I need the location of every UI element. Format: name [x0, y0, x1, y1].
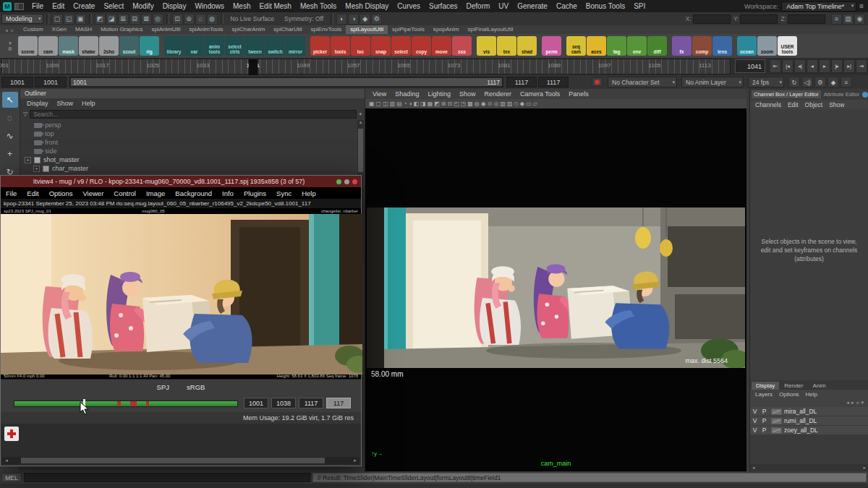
shelf-icon-rig[interactable]: rig	[140, 36, 159, 56]
shelf-tab-XGen[interactable]: XGen	[48, 25, 71, 34]
viewport-menu-shading[interactable]: Shading	[391, 90, 423, 98]
expand-icon[interactable]: +	[33, 166, 40, 172]
shelf-icon-var[interactable]: var	[184, 36, 204, 56]
layer-toolbar-icon[interactable]: ▾	[861, 400, 864, 406]
viewport-toolbar-icon[interactable]: ⊞	[441, 100, 446, 107]
shelf-selector[interactable]: ▾⚙	[2, 40, 18, 52]
shelf-icon-zoom[interactable]: zoom	[757, 36, 777, 56]
viewport-toolbar-icon[interactable]: ◰	[454, 100, 459, 107]
shelf-tab-spiFinalLayoutUtil[interactable]: spiFinalLayoutUtil	[463, 25, 517, 34]
axis-input[interactable]	[788, 14, 825, 24]
shelf-icon-loc[interactable]: loc	[351, 36, 370, 56]
menu-deform[interactable]: Deform	[462, 1, 495, 11]
viewport-menu-panels[interactable]: Panels	[564, 90, 593, 98]
isolate-select-icon[interactable]: ▥	[843, 14, 854, 25]
itview-menu-plugins[interactable]: Plugins	[239, 189, 271, 197]
shelf-tab-spiAnimUtil[interactable]: spiAnimUtil	[147, 25, 184, 34]
itview-titlebar[interactable]: Itview4 - mug / v9 / RLO - kpop-23341-mu…	[1, 176, 361, 187]
panel-layout-icon[interactable]	[14, 3, 24, 10]
menu-spi[interactable]: SPI	[629, 1, 650, 11]
menu-generate[interactable]: Generate	[513, 1, 552, 11]
step-back-frame-button[interactable]: ◂|	[794, 59, 806, 73]
step-forward-key-button[interactable]: ▸|	[843, 59, 855, 73]
highlight-selection-icon[interactable]: ⊠	[141, 14, 152, 25]
window-green-dot-icon[interactable]	[336, 179, 341, 184]
viewport-toolbar-icon[interactable]: ⊟	[447, 100, 452, 107]
layer-toolbar-icon[interactable]: ▸	[851, 400, 854, 406]
current-time-field[interactable]: 1041	[735, 59, 765, 73]
shelf-icon-tag[interactable]: tag	[607, 36, 626, 56]
outliner-item-shot_master[interactable]: +shot_master	[20, 155, 365, 164]
new-scene-icon[interactable]: ▢	[52, 14, 63, 25]
save-scene-icon[interactable]: ▣	[75, 14, 86, 25]
viewport-toolbar-icon[interactable]: ▧	[501, 100, 506, 107]
itview-menu-file[interactable]: File	[1, 189, 22, 197]
menu-mesh-tools[interactable]: Mesh Tools	[296, 1, 341, 11]
range-slider[interactable]: 1001 1117	[69, 77, 503, 87]
sound-icon[interactable]: ◁)	[801, 77, 813, 87]
shelf-tab-kpopAnim[interactable]: kpopAnim	[429, 25, 464, 34]
itview-image-area[interactable]: sp23.2023 SPJ_mug_01 mug060_05 changelis…	[1, 208, 361, 379]
window-close-icon[interactable]	[352, 179, 357, 184]
axis-input[interactable]	[740, 14, 778, 24]
menu-mesh-display[interactable]: Mesh Display	[341, 1, 393, 11]
shelf-icon-snap[interactable]: snap	[371, 36, 391, 56]
layer-row-rumi_all_DL[interactable]: VPrumi_all_DL	[750, 416, 868, 426]
outliner-item-side[interactable]: side	[20, 147, 365, 155]
menu-cache[interactable]: Cache	[552, 1, 582, 11]
shelf-icon-seq-cam[interactable]: seq cam	[566, 36, 586, 56]
layer-row-zoey_all_DL[interactable]: VPzoey_all_DL	[750, 426, 868, 435]
menu-edit[interactable]: Edit	[48, 1, 69, 11]
shelf-icon-perm[interactable]: perm	[542, 36, 561, 56]
render-icon[interactable]: ◐	[336, 14, 347, 25]
shelf-tab-spiEnvTools[interactable]: spiEnvTools	[306, 25, 346, 34]
layer-playback-toggle[interactable]: P	[760, 408, 769, 415]
fps-dropdown[interactable]: 24 fps	[748, 77, 784, 87]
spj-button[interactable]: SPJ	[157, 383, 169, 391]
itview-menu-control[interactable]: Control	[109, 189, 141, 197]
open-scene-icon[interactable]: ◱	[64, 14, 75, 25]
step-preferences-icon[interactable]: ⚙	[814, 77, 826, 87]
key-icon[interactable]: ◆	[827, 77, 839, 87]
shelf-icon-scene[interactable]: scene	[18, 36, 38, 56]
shelf-icon-ocean[interactable]: ocean	[737, 36, 757, 56]
viewport-toolbar-icon[interactable]: ▨	[507, 100, 513, 107]
viewport-toolbar-icon[interactable]: ◎	[494, 100, 499, 107]
layer-tab-anim[interactable]: Anim	[808, 382, 830, 390]
shelf-icon-fx[interactable]: fx	[672, 36, 692, 56]
viewport-menu-camera-tools[interactable]: Camera Tools	[516, 90, 564, 98]
snap-curve-icon[interactable]: ⊚	[184, 14, 195, 25]
layer-visibility-toggle[interactable]: V	[750, 427, 760, 434]
menu-curves[interactable]: Curves	[393, 1, 425, 11]
itview-menu-options[interactable]: Options	[44, 189, 78, 197]
shelf-icon-aces[interactable]: aces	[587, 36, 606, 56]
viewport-toolbar-icon[interactable]: ◔	[404, 100, 407, 107]
viewport-toolbar-icon[interactable]: ◧	[414, 100, 420, 107]
outliner-item-top[interactable]: top	[20, 129, 365, 138]
go-to-start-button[interactable]: ⇤	[770, 59, 781, 73]
itview-frame-field[interactable]: 1117	[299, 398, 323, 408]
outliner-title[interactable]: Outliner	[20, 89, 365, 98]
shelf-tab-Custom[interactable]: Custom	[19, 25, 48, 34]
shelf-tab-switcher[interactable]: ▾≡	[0, 28, 19, 34]
outliner-item-front[interactable]: front	[20, 138, 365, 147]
shelf-icon-mask[interactable]: mask	[59, 36, 78, 56]
menu-surfaces[interactable]: Surfaces	[425, 1, 461, 11]
workspace-dropdown[interactable]: Adam Top Timeline*	[781, 1, 856, 12]
shelf-tab-spiAnimTools[interactable]: spiAnimTools	[184, 25, 227, 34]
viewport-toolbar-icon[interactable]: ▥	[390, 100, 396, 107]
shelf-icon-move[interactable]: move	[432, 36, 451, 56]
menu-uv[interactable]: UV	[494, 1, 513, 11]
channel-box-menu-channels[interactable]: Channels	[752, 101, 784, 108]
shelf-icon-switch[interactable]: switch	[265, 36, 285, 56]
shelf-icon-picker[interactable]: picker	[310, 36, 330, 56]
itview-frame-field[interactable]: 117	[326, 398, 351, 408]
render-settings-icon[interactable]: ◆	[359, 14, 370, 25]
channel-box-menu-object[interactable]: Object	[802, 101, 826, 108]
shelf-icon-shad[interactable]: shad	[517, 36, 537, 56]
viewport-toolbar-icon[interactable]: ◑	[409, 100, 412, 107]
layer-toolbar-icon[interactable]: ≡	[856, 401, 859, 406]
display-settings-icon[interactable]: ⚙	[371, 14, 382, 25]
viewport-menu-lighting[interactable]: Lighting	[423, 90, 455, 98]
viewport-toolbar-icon[interactable]: ◆	[520, 100, 524, 107]
